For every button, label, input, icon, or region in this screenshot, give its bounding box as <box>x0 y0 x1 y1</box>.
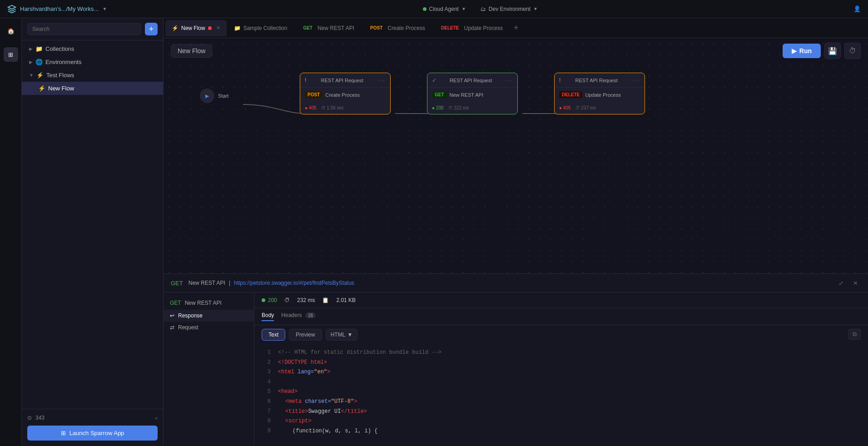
launch-label: Launch Sparrow App <box>69 430 124 436</box>
time-clock-icon: ⏱ <box>284 297 290 303</box>
cloud-agent-indicator[interactable]: Cloud Agent ▼ <box>423 6 466 12</box>
response-meta: 200 ⏱ 232 ms 📋 2.01 KB <box>254 292 868 308</box>
node2-title: REST API Request <box>450 78 492 83</box>
request-label: Request <box>178 324 198 331</box>
format-dropdown[interactable]: HTML ▼ <box>326 329 358 341</box>
status-indicator: 200 <box>262 297 277 303</box>
testflows-icon: ⚡ <box>36 72 44 79</box>
node3-menu-icon[interactable]: ··· <box>632 77 640 84</box>
run-label: Run <box>799 47 812 55</box>
run-button[interactable]: ▶ Run <box>783 44 821 58</box>
brand-chevron-icon[interactable]: ▼ <box>102 6 107 11</box>
dev-env-selector[interactable]: 🗂 Dev Environment ▼ <box>481 6 538 12</box>
bottom-url-text: https://petstore.swagger.io/#/pet/findPe… <box>234 280 354 286</box>
tab-get-badge: GET <box>301 25 315 31</box>
tab-delete-badge: DELETE <box>439 25 461 31</box>
request-icon: ⇄ <box>170 324 174 331</box>
request-tab[interactable]: ⇄ Request <box>164 322 254 333</box>
topbar: Harshvardhan's.../My Works... ▼ Cloud Ag… <box>0 0 868 18</box>
sidebar-item-testflows[interactable]: ▼ ⚡ Test Flows <box>22 69 163 82</box>
url-separator: | <box>229 280 230 286</box>
flow-area: ▶ Start ! REST API Request ··· POST Cre <box>173 64 859 164</box>
code-area: 1 <!-- HTML for static distribution bund… <box>254 344 868 446</box>
node2-time: ⏱ 222 ms <box>448 105 469 110</box>
cloud-agent-dot <box>423 7 427 11</box>
expand-icon[interactable]: ⤢ <box>835 278 846 288</box>
schedule-icon[interactable]: ⏱ <box>844 43 861 59</box>
format-label: HTML <box>331 332 346 338</box>
text-view-tab[interactable]: Text <box>262 329 285 341</box>
newflow-label: New Flow <box>48 85 74 92</box>
canvas-controls: ▶ Run 💾 ⏱ <box>783 43 861 59</box>
launch-sparrow-button[interactable]: ⊞ Launch Sparrow App <box>27 426 158 441</box>
flow-node-3[interactable]: ! REST API Request ··· DELETE Update Pro… <box>554 73 645 114</box>
left-panel: + ▶ 📁 Collections ▶ 🌐 Environments ▼ ⚡ T… <box>22 18 164 446</box>
tab-sample-collection[interactable]: 📁 Sample Collection <box>228 20 294 36</box>
sidebar-item-collections[interactable]: ▶ 📁 Collections <box>22 42 163 55</box>
copy-button[interactable]: ⧉ <box>848 329 861 340</box>
dev-env-label: Dev Environment <box>489 6 531 12</box>
bottom-api-name: New REST API <box>188 280 225 286</box>
search-bar: + <box>22 18 163 40</box>
bottom-method-badge: GET <box>171 280 183 287</box>
headers-tab[interactable]: Headers 16 <box>281 312 316 321</box>
topbar-center: Cloud Agent ▼ 🗂 Dev Environment ▼ <box>423 6 538 12</box>
save-icon[interactable]: 💾 <box>824 43 841 59</box>
code-line-6: 6 <meta charset="UTF-8"> <box>262 397 861 407</box>
tabs-bar: ⚡ New Flow ✕ 📁 Sample Collection GET New… <box>164 18 868 38</box>
node1-menu-icon[interactable]: ··· <box>378 77 386 84</box>
tab-get-restapi[interactable]: GET New REST API <box>294 20 361 36</box>
node3-endpoint: Update Process <box>585 92 620 98</box>
testflows-arrow-icon: ▼ <box>29 73 34 78</box>
panel-footer: ⊙ 343 « ⊞ Launch Sparrow App <box>22 409 163 446</box>
node3-method-badge: DELETE <box>559 91 582 98</box>
response-tab[interactable]: ↩ Response <box>164 310 254 322</box>
add-button[interactable]: + <box>145 23 158 35</box>
cloud-chevron-icon[interactable]: ▼ <box>461 6 466 11</box>
canvas-header: New Flow ▶ Run 💾 ⏱ <box>164 38 868 64</box>
tab-newflow-close-icon[interactable]: ✕ <box>216 25 220 31</box>
flow-node-2[interactable]: ✓ REST API Request ··· GET New REST API … <box>427 73 518 114</box>
flow-node-1[interactable]: ! REST API Request ··· POST Create Proce… <box>300 73 391 114</box>
tab-delete-update[interactable]: DELETE Update Process <box>432 20 509 36</box>
response-tabs: Body Headers 16 <box>254 308 868 325</box>
preview-tab[interactable]: Preview <box>289 329 322 341</box>
collections-folder-icon: 📁 <box>35 45 43 52</box>
tab-collection-icon: 📁 <box>234 25 241 31</box>
sidebar-item-newflow[interactable]: ⚡ New Flow <box>22 82 163 95</box>
brand[interactable]: Harshvardhan's.../My Works... ▼ <box>7 5 107 14</box>
body-tab[interactable]: Body <box>262 312 274 321</box>
home-icon[interactable]: 🏠 <box>4 24 18 38</box>
view-tabs: Text Preview HTML ▼ ⧉ <box>254 325 868 344</box>
collapse-button[interactable]: « <box>155 415 158 421</box>
node2-menu-icon[interactable]: ··· <box>505 77 513 84</box>
node2-endpoint: New REST API <box>450 92 483 98</box>
code-tag-5: <head> <box>278 388 298 395</box>
node1-warn-icon: ! <box>305 77 306 84</box>
stack-icon: 🗂 <box>481 6 486 12</box>
node2-ok-icon: ✓ <box>432 77 436 84</box>
node1-title: REST API Request <box>321 78 363 83</box>
close-bottom-icon[interactable]: ✕ <box>850 278 861 288</box>
code-line-3: 3 <html lang="en"> <box>262 367 861 377</box>
github-count: 343 <box>35 415 45 421</box>
headers-badge: 16 <box>305 312 316 318</box>
environments-arrow-icon: ▶ <box>29 59 33 64</box>
tab-add-button[interactable]: + <box>510 23 522 33</box>
grid-icon[interactable]: ⊞ <box>4 47 18 62</box>
node2-method-badge: GET <box>432 91 447 98</box>
tab-post-badge: POST <box>368 25 385 31</box>
search-input[interactable] <box>27 23 141 35</box>
sidebar-item-environments[interactable]: ▶ 🌐 Environments <box>22 55 163 69</box>
collections-label: Collections <box>45 45 74 52</box>
tab-newflow[interactable]: ⚡ New Flow ✕ <box>165 20 227 36</box>
main-area: ⚡ New Flow ✕ 📁 Sample Collection GET New… <box>164 18 868 446</box>
user-avatar[interactable]: 👤 <box>853 5 861 12</box>
tab-update-label: Update Process <box>464 25 503 31</box>
tab-newflow-label: New Flow <box>181 25 205 31</box>
text-view-label: Text <box>268 332 278 338</box>
github-icon: ⊙ <box>27 415 32 421</box>
response-icon: ↩ <box>170 312 174 319</box>
dev-env-chevron-icon[interactable]: ▼ <box>533 6 538 11</box>
tab-post-create[interactable]: POST Create Process <box>362 20 432 36</box>
